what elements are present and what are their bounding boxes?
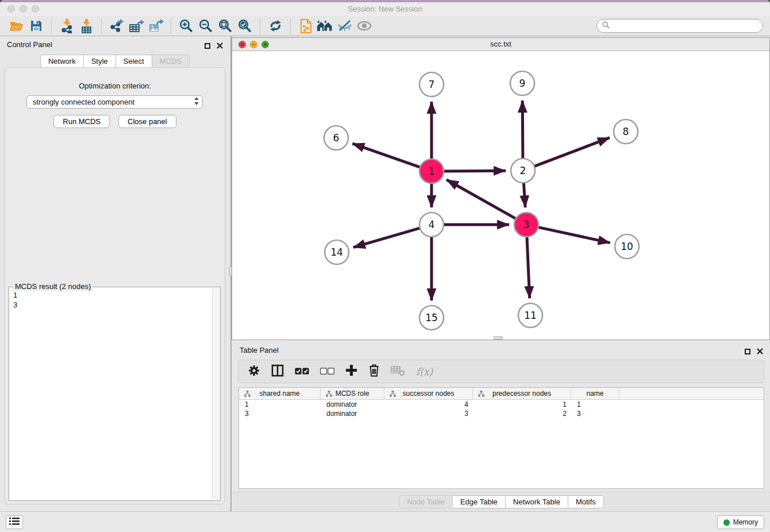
cell-name[interactable]: 3 (571, 409, 619, 418)
tab-style[interactable]: Style (84, 55, 116, 68)
close-window-button[interactable] (7, 5, 15, 13)
run-mcds-button[interactable]: Run MCDS (53, 115, 110, 128)
select-all-columns-icon[interactable] (295, 367, 309, 377)
canvas-scroll-handle[interactable] (494, 336, 503, 340)
network-minimize-button[interactable] (250, 41, 257, 48)
first-neighbors-icon[interactable] (315, 17, 335, 34)
hide-selected-eye-icon[interactable] (335, 17, 355, 34)
edge-1-6[interactable] (352, 144, 422, 168)
close-panel-button[interactable]: Close panel (118, 115, 176, 128)
table-tab-edge-table[interactable]: Edge Table (453, 495, 506, 508)
node-1[interactable]: 1 (419, 159, 444, 183)
table-tab-motifs[interactable]: Motifs (568, 495, 604, 508)
network-canvas[interactable]: 1234678910111415 (232, 51, 769, 340)
node-15[interactable]: 15 (419, 306, 444, 330)
cell-shared-name[interactable]: 3 (239, 409, 321, 418)
search-input[interactable] (613, 21, 757, 31)
task-history-button[interactable] (6, 515, 23, 529)
cell-predecessor-nodes[interactable]: 1 (473, 400, 571, 409)
minimize-window-button[interactable] (20, 5, 27, 13)
float-table-panel-icon[interactable] (745, 349, 750, 354)
column-settings-gear-icon[interactable] (248, 364, 260, 379)
cell-predecessor-nodes[interactable]: 2 (473, 409, 571, 418)
delete-table-icon[interactable] (391, 365, 405, 379)
search-field[interactable] (596, 19, 763, 33)
node-8[interactable]: 8 (614, 119, 638, 144)
tab-network[interactable]: Network (40, 55, 84, 68)
table-tab-network-table[interactable]: Network Table (506, 495, 568, 508)
table-tab-node-table[interactable]: Node Table (399, 495, 453, 508)
node-2[interactable]: 2 (511, 159, 535, 183)
add-column-icon[interactable] (345, 364, 357, 379)
float-panel-icon[interactable] (205, 43, 210, 49)
edge-1-2[interactable] (442, 171, 506, 171)
export-table-icon[interactable] (126, 17, 146, 34)
edge-2-9[interactable] (522, 101, 523, 160)
edge-3-1[interactable] (446, 180, 517, 219)
network-graph[interactable]: 1234678910111415 (232, 51, 769, 340)
import-table-icon[interactable] (76, 17, 96, 34)
export-image-icon[interactable] (146, 17, 165, 34)
mcds-result-box: MCDS result (2 nodes) 1 3 (9, 287, 221, 501)
memory-button[interactable]: Memory (717, 515, 764, 529)
tab-mcds[interactable]: MCDS (152, 55, 190, 68)
cell-mcds-role[interactable]: dominator (321, 400, 384, 409)
show-columns-icon[interactable] (271, 364, 284, 379)
node-label: 6 (333, 132, 340, 144)
unselect-all-columns-icon[interactable] (320, 367, 334, 377)
table-row[interactable]: 3dominator323 (239, 409, 764, 418)
network-close-button[interactable] (238, 41, 246, 48)
table-row[interactable]: 1dominator411 (239, 400, 764, 409)
node-14[interactable]: 14 (325, 240, 349, 264)
save-session-icon[interactable] (26, 17, 46, 34)
cell-name[interactable]: 1 (571, 400, 619, 409)
cell-shared-name[interactable]: 1 (239, 400, 321, 409)
result-scrollbar[interactable] (212, 288, 220, 500)
show-all-eye-icon[interactable] (355, 17, 374, 34)
cell-mcds-role[interactable]: dominator (321, 409, 384, 418)
node-3[interactable]: 3 (514, 213, 538, 237)
node-10[interactable]: 10 (615, 234, 639, 259)
network-document-icon[interactable] (296, 17, 315, 34)
column-header-successor-nodes[interactable]: successor nodes (384, 388, 473, 399)
table-body: 1dominator4113dominator323 (239, 400, 764, 418)
edge-2-8[interactable] (533, 138, 610, 167)
table-header-row: shared nameMCDS rolesuccessor nodesprede… (239, 388, 764, 400)
zoom-fit-icon[interactable] (215, 17, 235, 34)
zoom-selected-icon[interactable] (235, 17, 255, 34)
column-label: predecessor nodes (492, 390, 551, 398)
export-network-icon[interactable] (107, 17, 126, 34)
column-header-predecessor-nodes[interactable]: predecessor nodes (473, 388, 571, 399)
cell-successor-nodes[interactable]: 4 (384, 400, 473, 409)
criterion-dropdown[interactable]: strongly connected component (26, 95, 203, 109)
edge-2-3[interactable] (523, 181, 525, 207)
edge-3-11[interactable] (527, 235, 530, 298)
open-session-icon[interactable] (7, 17, 26, 34)
edge-3-10[interactable] (537, 227, 610, 243)
column-header-shared-name[interactable]: shared name (239, 388, 321, 399)
column-header-mcds-role[interactable]: MCDS role (321, 388, 384, 399)
import-network-icon[interactable] (57, 17, 76, 34)
zoom-in-icon[interactable] (176, 17, 196, 34)
zoom-window-button[interactable] (32, 5, 39, 13)
node-9[interactable]: 9 (510, 71, 534, 95)
tab-select[interactable]: Select (116, 55, 152, 68)
toolbar-separator (101, 18, 102, 34)
edge-4-14[interactable] (353, 228, 422, 248)
mcds-result-list[interactable]: 1 3 (10, 288, 211, 499)
apply-layout-icon[interactable] (265, 17, 285, 34)
zoom-out-icon[interactable] (196, 17, 215, 34)
node-6[interactable]: 6 (324, 126, 348, 150)
column-hierarchy-icon (390, 391, 396, 399)
node-4[interactable]: 4 (419, 213, 444, 237)
cell-successor-nodes[interactable]: 3 (384, 409, 473, 418)
function-builder-icon[interactable]: f(x) (416, 366, 433, 377)
column-header-name[interactable]: name (571, 388, 619, 399)
close-table-panel-icon[interactable] (757, 346, 763, 357)
node-7[interactable]: 7 (419, 72, 444, 97)
delete-column-icon[interactable] (368, 364, 380, 379)
close-panel-icon[interactable] (217, 41, 223, 51)
node-11[interactable]: 11 (518, 303, 542, 327)
toolbar-separator (51, 18, 52, 34)
network-zoom-button[interactable] (261, 41, 269, 48)
